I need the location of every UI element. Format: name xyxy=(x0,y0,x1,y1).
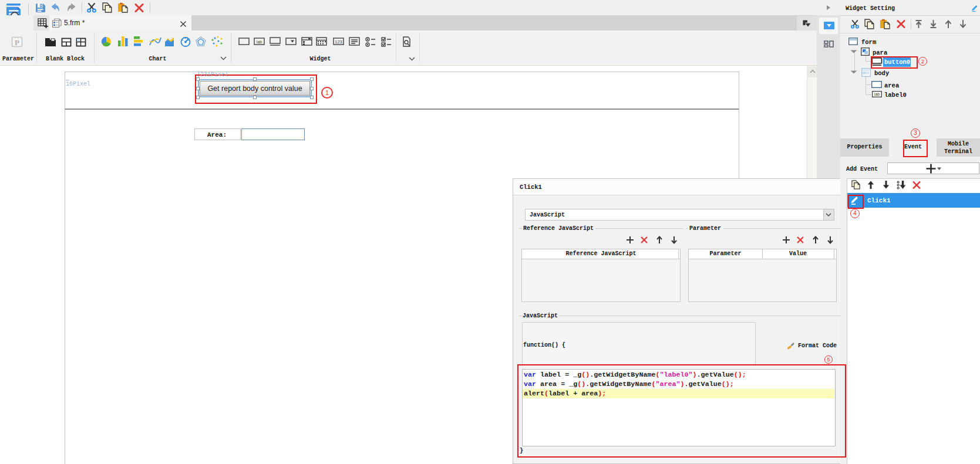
svg-text:123: 123 xyxy=(335,39,342,45)
svg-text:lab: lab xyxy=(257,40,262,44)
svg-text:lab: lab xyxy=(874,92,880,96)
svg-text:P: P xyxy=(15,38,19,47)
